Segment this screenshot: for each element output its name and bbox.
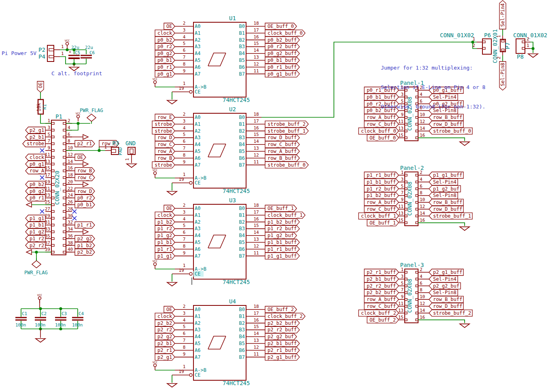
net-label-p0_b1[interactable]: p0_b1 — [155, 57, 175, 64]
net-label-strobe_buff_0[interactable]: strobe_buff_0 — [265, 162, 308, 168]
net-label-p2_r2[interactable]: p2_r2 — [155, 326, 175, 333]
net-label-clock_buff_2[interactable]: clock_buff_2 — [359, 310, 399, 316]
gnd-symbol[interactable] — [460, 324, 469, 328]
value-Panel-2[interactable]: CONN_02X08 — [406, 182, 413, 216]
net-label-OE[interactable]: OE — [164, 205, 175, 212]
net-label-p2_r1[interactable]: p2_r1 — [155, 347, 175, 354]
net-label-p2_b2_buff[interactable]: p2_b2_buff — [364, 289, 399, 296]
net-label-Sel-Pin4[interactable]: Sel-Pin4 — [499, 0, 506, 29]
net-label-OE_buff_2[interactable]: OE_buff_2 — [265, 306, 297, 313]
net-label-OE_buff_0[interactable]: OE_buff_0 — [265, 23, 297, 30]
net-label-p1_b2_buff[interactable]: p1_b2_buff — [265, 219, 299, 225]
net-label-clock_buff_2[interactable]: clock_buff_2 — [265, 313, 305, 320]
no-connect-x[interactable] — [40, 210, 44, 214]
ref-P6[interactable]: P6 — [484, 32, 491, 38]
value-U1[interactable]: 74HCT245 — [223, 97, 250, 103]
net-label-Sel-Pin4[interactable]: Sel-Pin4 — [429, 276, 458, 282]
open-arrow-flag[interactable] — [83, 162, 88, 167]
net-label-row_D_buff[interactable]: row_D_buff — [429, 303, 463, 309]
net-label-p0_g1_buff[interactable]: p0_g1_buff — [265, 71, 299, 77]
net-label-p0_r1_buff[interactable]: p0_r1_buff — [265, 64, 299, 70]
pwr-flag-symbol[interactable] — [32, 258, 41, 268]
c-alt-footprint-note[interactable]: C alt. footprint — [51, 70, 102, 77]
net-label-p2_g2_buf[interactable]: p2_g2_buf — [265, 333, 297, 340]
net-label-strobe_buff_2[interactable]: strobe_buff_2 — [265, 121, 308, 127]
vcc-symbol[interactable]: VCC — [153, 260, 158, 269]
net-label-p1_r2[interactable]: p1_r2 — [25, 235, 45, 242]
net-label-p2_g1_buff[interactable]: p2_g1_buff — [265, 354, 299, 360]
ref-C1[interactable]: C1 — [22, 311, 27, 316]
ref-C3[interactable]: C3 — [62, 311, 67, 316]
ref-C2[interactable]: C2 — [41, 311, 47, 316]
net-label-p2_g1[interactable]: p2_g1 — [25, 127, 45, 133]
net-label-strobe_buff_1[interactable]: strobe_buff_1 — [429, 213, 472, 219]
net-label-clock[interactable]: clock — [155, 30, 175, 36]
gnd-symbol[interactable] — [528, 54, 538, 57]
net-label-p2_b2[interactable]: p2_b2 — [155, 320, 175, 326]
net-label-p2_r2_buff[interactable]: p2_r2_buff — [265, 326, 299, 333]
gnd-symbol[interactable] — [167, 384, 177, 387]
net-label-strobe[interactable]: strobe — [23, 140, 45, 147]
net-label-row_C[interactable]: row_C — [155, 141, 175, 148]
jumper-note[interactable]: Jumper for 1:32 multiplexing: Selection … — [381, 52, 485, 123]
net-label-OE[interactable]: OE — [164, 306, 175, 313]
net-label-strobe_buff_2[interactable]: strobe_buff_2 — [429, 310, 472, 316]
open-arrow-flag[interactable] — [26, 202, 32, 207]
net-label-OE[interactable]: OE — [37, 81, 44, 92]
net-label-OE_buff_1[interactable]: OE_buff_1 — [367, 220, 399, 226]
net-label-p2_b2[interactable]: p2_b2 — [75, 249, 95, 255]
net-label-clock[interactable]: clock — [155, 212, 175, 218]
value-C5[interactable]: 22u — [71, 45, 79, 50]
vcc-symbol[interactable]: VCC — [153, 169, 158, 178]
value-P6[interactable]: CONN_01X02 — [440, 32, 474, 39]
net-label-p1_r2[interactable]: p1_r2 — [155, 225, 175, 232]
net-label-p1_g2[interactable]: p1_g2 — [155, 232, 175, 239]
net-label-p1_g2_buf[interactable]: p1_g2_buf — [265, 232, 297, 239]
open-arrow-flag[interactable] — [26, 250, 32, 254]
net-label-Sel-Pin4[interactable]: Sel-Pin4 — [499, 0, 506, 29]
net-label-row_D_buff[interactable]: row_D_buff — [265, 134, 299, 141]
net-label-clock_buff_1[interactable]: clock_buff_1 — [265, 212, 305, 218]
net-label-strobe_buff_0[interactable]: strobe_buff_0 — [429, 128, 472, 134]
net-label-p0_b1[interactable]: p0_b1 — [75, 201, 95, 208]
net-label-row_C_buff[interactable]: row_C_buff — [364, 303, 399, 309]
net-label-p1_b1[interactable]: p1_b1 — [25, 222, 45, 228]
no-connect-x[interactable] — [72, 216, 76, 220]
value-P3[interactable]: PAD — [118, 147, 123, 155]
net-label-p0_b2[interactable]: p0_b2 — [25, 181, 45, 188]
net-label-p0_r2_buff[interactable]: p0_r2_buff — [265, 43, 299, 50]
net-label-p0_g1[interactable]: p0_g1 — [25, 161, 45, 167]
net-label-p1_g1[interactable]: p1_g1 — [25, 215, 45, 222]
net-label-p1_g2[interactable]: p1_g2 — [25, 229, 45, 235]
capacitor-C3[interactable]: C3100n — [55, 309, 67, 329]
gnd-symbol[interactable] — [127, 164, 136, 167]
capacitor-C5[interactable]: +22uC5 — [68, 45, 80, 64]
net-label-p2_g2[interactable]: p2_g2 — [75, 235, 95, 242]
net-label-p2_g2[interactable]: p2_g2 — [155, 333, 175, 340]
value-C3[interactable]: 100n — [55, 322, 66, 328]
pi-power-title[interactable]: Pi Power 5V — [2, 50, 36, 57]
connector-P2-P4[interactable]: P2P411 — [38, 44, 64, 61]
value-P8[interactable]: CONN_01X02 — [513, 32, 547, 39]
ref-C5[interactable]: C5 — [75, 50, 80, 55]
net-label-p0_r1[interactable]: p0_r1 — [155, 64, 175, 70]
ref-P4[interactable]: P4 — [38, 53, 45, 60]
net-label-OE[interactable]: OE — [164, 23, 175, 30]
ref-GND[interactable]: GND — [125, 140, 136, 146]
open-arrow-flag[interactable] — [83, 229, 88, 234]
gnd-symbol[interactable] — [167, 282, 177, 286]
net-label-Sel-Pin8[interactable]: Sel-Pin8 — [499, 61, 506, 90]
net-label-Sel-Pin8[interactable]: Sel-Pin8 — [429, 289, 458, 296]
net-label-strobe[interactable]: strobe — [152, 121, 175, 127]
net-label-row_A[interactable]: row_A — [155, 148, 175, 155]
net-label-p1_b1_buff[interactable]: p1_b1_buff — [265, 239, 299, 246]
net-label-row_B[interactable]: row_B — [155, 155, 175, 161]
connector-Panel-2[interactable]: Panel-2CONN_02X0812345678910111213141516 — [398, 165, 429, 226]
net-label-row_E[interactable]: row_E — [155, 114, 175, 121]
net-label-Sel-Pin4[interactable]: Sel-Pin4 — [429, 179, 458, 185]
net-label-row_A[interactable]: row_A — [25, 167, 45, 174]
vcc-symbol[interactable]: VCC — [65, 39, 70, 49]
ref-P2[interactable]: P2 — [38, 47, 45, 53]
net-label-row_D[interactable]: row_D — [155, 134, 175, 141]
value-U4[interactable]: 74HCT245 — [223, 380, 250, 386]
